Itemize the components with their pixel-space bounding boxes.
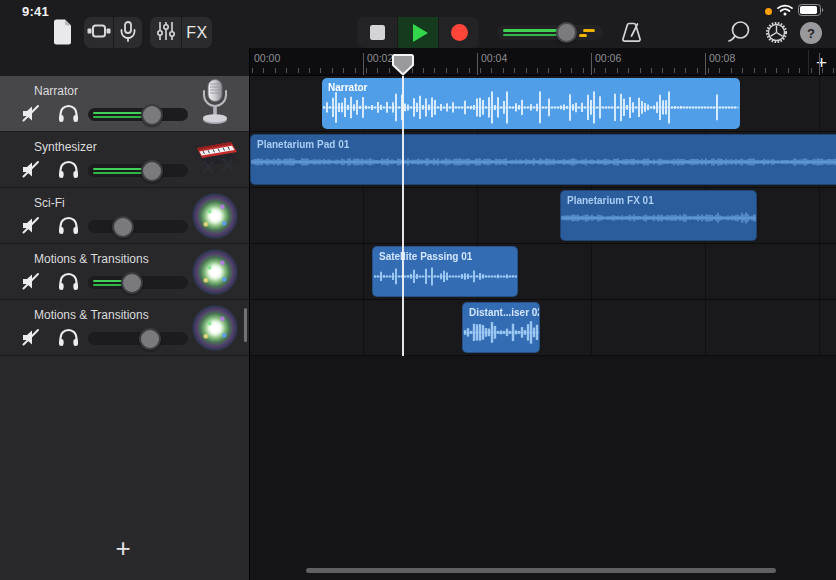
- play-button[interactable]: [397, 17, 438, 48]
- loop-browser-button[interactable]: [726, 20, 754, 47]
- track-instrument-icon[interactable]: [191, 136, 239, 184]
- help-button[interactable]: ?: [800, 22, 822, 44]
- sparkle-burst-icon: [192, 193, 238, 239]
- ruler-major-gridline: [591, 53, 592, 75]
- track-instrument-icon[interactable]: [191, 248, 239, 296]
- track-instrument-icon[interactable]: [191, 304, 239, 352]
- ruler-tick: [548, 68, 549, 73]
- audio-region[interactable]: Satellite Passing 01: [372, 246, 518, 297]
- ruler-tick: [332, 68, 333, 73]
- track-name: Motions & Transitions: [34, 252, 149, 266]
- audio-region[interactable]: Distant...iser 02: [462, 302, 540, 353]
- mute-button[interactable]: [19, 215, 45, 239]
- sidebar-header-spacer: [0, 48, 250, 76]
- track-volume-slider[interactable]: [88, 108, 188, 121]
- playhead-marker[interactable]: [392, 53, 414, 80]
- mute-button[interactable]: [19, 327, 45, 351]
- track-header[interactable]: Sci-Fi: [0, 188, 250, 244]
- headphones-icon: [58, 104, 79, 126]
- track-volume-slider[interactable]: [88, 220, 188, 233]
- ruler-tick: [799, 68, 800, 73]
- ruler-tick: [446, 68, 447, 73]
- headphones-solo-button[interactable]: [55, 271, 81, 295]
- track-volume-slider[interactable]: [88, 332, 188, 345]
- ruler-tick: [263, 68, 264, 73]
- add-section-button[interactable]: +: [808, 50, 834, 75]
- ruler-tick: [537, 68, 538, 73]
- ruler-tick: [309, 68, 310, 73]
- track-header-view-icon: [87, 23, 111, 42]
- ruler-tick: [320, 68, 321, 73]
- time-ruler[interactable]: 0 + 00:0000:0200:0400:0600:08: [250, 48, 836, 76]
- loop-icon: [728, 20, 752, 47]
- fx-button[interactable]: FX: [181, 17, 212, 48]
- region-name: Distant...iser 02: [469, 307, 540, 318]
- track-name: Synthesizer: [34, 140, 97, 154]
- track-instrument-icon[interactable]: [191, 192, 239, 240]
- headphones-solo-button[interactable]: [55, 215, 81, 239]
- help-label: ?: [807, 26, 815, 41]
- headphones-solo-button[interactable]: [55, 159, 81, 183]
- track-name: Sci-Fi: [34, 196, 65, 210]
- audio-region[interactable]: Planetarium FX 01: [560, 190, 757, 241]
- track-lane[interactable]: Narrator: [250, 76, 836, 132]
- ruler-tick: [366, 68, 367, 73]
- volume-knob[interactable]: [556, 22, 577, 43]
- speaker-muted-icon: [21, 160, 43, 182]
- speaker-muted-icon: [21, 328, 43, 350]
- settings-button[interactable]: [762, 20, 790, 47]
- metronome-button[interactable]: [618, 20, 646, 47]
- headphones-solo-button[interactable]: [55, 103, 81, 127]
- ruler-tick: [628, 68, 629, 73]
- vertical-scrollbar[interactable]: [244, 308, 247, 342]
- mixer-controls-button[interactable]: [150, 17, 181, 48]
- master-volume-slider[interactable]: [497, 25, 603, 40]
- track-lane[interactable]: Satellite Passing 01: [250, 244, 836, 300]
- track-lane[interactable]: Planetarium FX 01: [250, 188, 836, 244]
- track-lane[interactable]: Distant...iser 02: [250, 300, 836, 356]
- stop-button[interactable]: [357, 17, 397, 48]
- timeline-lanes[interactable]: NarratorPlanetarium Pad 01Planetarium FX…: [250, 76, 836, 356]
- volume-knob[interactable]: [141, 104, 163, 126]
- track-header[interactable]: Motions & Transitions: [0, 300, 250, 356]
- ruler-time-label: 00:00: [254, 52, 280, 64]
- region-name: Planetarium FX 01: [567, 195, 654, 206]
- volume-knob[interactable]: [139, 328, 161, 350]
- ruler-tick: [389, 68, 390, 73]
- ruler-tick: [377, 68, 378, 73]
- ruler-time-label: 00:06: [595, 52, 621, 64]
- track-header[interactable]: Narrator: [0, 76, 250, 132]
- mute-button[interactable]: [19, 103, 45, 127]
- horizontal-scrollbar[interactable]: [306, 568, 776, 573]
- track-header[interactable]: Motions & Transitions: [0, 244, 250, 300]
- volume-knob[interactable]: [112, 216, 134, 238]
- track-instrument-icon[interactable]: [191, 80, 239, 128]
- mute-button[interactable]: [19, 159, 45, 183]
- my-songs-button[interactable]: [48, 19, 76, 47]
- volume-knob[interactable]: [121, 272, 143, 294]
- toolbar: 9:41: [0, 0, 836, 48]
- ruler-tick: [594, 68, 595, 73]
- ruler-tick: [697, 68, 698, 73]
- ruler-tick: [583, 68, 584, 73]
- track-volume-slider[interactable]: [88, 276, 188, 289]
- track-lane[interactable]: Planetarium Pad 01: [250, 132, 836, 188]
- headphones-icon: [58, 160, 79, 182]
- track-header[interactable]: Synthesizer: [0, 132, 250, 188]
- add-track-button[interactable]: +: [109, 534, 137, 562]
- mute-button[interactable]: [19, 271, 45, 295]
- audio-region[interactable]: Narrator: [322, 78, 740, 129]
- sparkle-burst-icon: [192, 249, 238, 295]
- ruler-tick: [503, 68, 504, 73]
- headphones-solo-button[interactable]: [55, 327, 81, 351]
- microphone-input-button[interactable]: [113, 17, 142, 48]
- record-button[interactable]: [438, 17, 479, 48]
- region-name: Narrator: [328, 82, 367, 93]
- playhead-line[interactable]: [402, 76, 404, 356]
- volume-knob[interactable]: [141, 160, 163, 182]
- track-volume-slider[interactable]: [88, 164, 188, 177]
- audio-region[interactable]: Planetarium Pad 01: [250, 134, 836, 185]
- headphones-icon: [58, 328, 79, 350]
- ruler-tick: [731, 68, 732, 73]
- track-controls-view-button[interactable]: [84, 17, 113, 48]
